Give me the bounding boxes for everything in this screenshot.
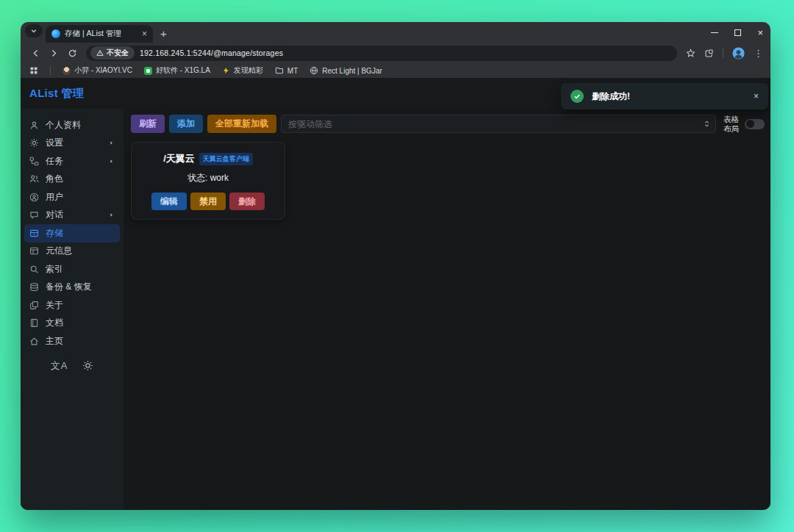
back-button[interactable] <box>31 48 40 58</box>
reload-all-button[interactable]: 全部重新加载 <box>207 115 276 133</box>
chevron-down-icon <box>30 27 37 35</box>
window-close-button[interactable]: × <box>757 28 763 37</box>
tab-search-button[interactable] <box>25 24 43 37</box>
bookmark-bgjar[interactable]: Rect Light | BGJar <box>310 66 382 75</box>
driver-filter-input[interactable] <box>288 119 703 129</box>
storage-status: 状态: work <box>187 172 229 184</box>
user-circle-icon <box>29 193 39 202</box>
sidebar-item-backup[interactable]: 备份 & 恢复 <box>24 278 120 297</box>
refresh-button[interactable]: 刷新 <box>131 115 165 133</box>
mount-path: /天翼云 <box>163 152 195 165</box>
window-controls: × <box>711 28 763 37</box>
toast-message: 删除成功! <box>592 90 630 103</box>
profile-avatar[interactable] <box>732 47 745 60</box>
bookmark-xiaoyi[interactable]: 小羿 - XIAOYI.VC <box>62 65 132 76</box>
sidebar: 个人资料 设置 任务 角色 用户 <box>21 109 124 510</box>
browser-window: 存储 | AList 管理 × + × 不安全 192.168.245.1:52… <box>21 22 770 510</box>
tab-title: 存储 | AList 管理 <box>65 29 137 39</box>
bookmark-discover[interactable]: 发现精彩 <box>222 65 263 76</box>
warning-icon <box>96 49 104 57</box>
forward-button[interactable] <box>49 48 59 58</box>
globe-icon <box>310 66 318 75</box>
theme-toggle-icon[interactable] <box>82 360 93 371</box>
toolbar-right-icons: ⋮ <box>686 47 763 60</box>
sidebar-item-storage[interactable]: 存储 <box>24 224 120 242</box>
bookmark-star-icon[interactable] <box>686 48 695 58</box>
profile-icon <box>29 121 39 130</box>
document-icon <box>29 318 39 328</box>
chevron-right-icon <box>108 212 115 218</box>
sidebar-item-settings[interactable]: 设置 <box>24 134 120 153</box>
new-tab-button[interactable]: + <box>160 28 167 39</box>
bookmarks-bar: 小羿 - XIAOYI.VC 好软件 - X1G.LA 发现精彩 MT Rect… <box>21 63 770 78</box>
gear-icon <box>29 138 39 148</box>
bookmark-folder-mt[interactable]: MT <box>275 66 298 75</box>
page-title[interactable]: AList 管理 <box>29 87 84 101</box>
divider <box>723 48 723 58</box>
success-check-icon <box>571 90 584 103</box>
database-icon <box>29 282 39 292</box>
address-bar[interactable]: 不安全 192.168.245.1:5244/@manage/storages <box>86 46 677 61</box>
language-switch-icon[interactable]: 文A <box>51 359 68 373</box>
reload-button[interactable] <box>68 48 77 58</box>
chevron-right-icon <box>108 140 115 146</box>
storage-card: /天翼云 天翼云盘客户端 状态: work 编辑 禁用 删除 <box>131 142 285 220</box>
browser-toolbar: 不安全 192.168.245.1:5244/@manage/storages … <box>21 43 770 63</box>
sidebar-item-home[interactable]: 主页 <box>24 332 120 351</box>
disable-button[interactable]: 禁用 <box>190 193 226 210</box>
toast-close-icon[interactable]: × <box>754 92 759 101</box>
tab-strip: 存储 | AList 管理 × + × <box>21 22 770 43</box>
sidebar-footer: 文A <box>24 359 120 373</box>
toast-notification: 删除成功! × <box>561 83 768 109</box>
sidebar-item-metadata[interactable]: 元信息 <box>24 242 120 261</box>
about-icon <box>29 301 39 310</box>
storage-icon <box>29 229 39 238</box>
sidebar-item-users[interactable]: 用户 <box>24 188 120 206</box>
sidebar-item-profile[interactable]: 个人资料 <box>24 116 120 134</box>
maximize-button[interactable] <box>734 29 741 36</box>
browser-menu-icon[interactable]: ⋮ <box>754 48 763 59</box>
edit-button[interactable]: 编辑 <box>151 193 187 210</box>
extensions-icon[interactable] <box>704 48 714 58</box>
add-button[interactable]: 添加 <box>169 115 203 133</box>
driver-badge: 天翼云盘客户端 <box>199 153 253 165</box>
sidebar-item-tasks[interactable]: 任务 <box>24 152 120 170</box>
bookmark-green-app-icon <box>144 67 152 75</box>
chat-icon <box>29 210 39 220</box>
table-layout-toggle[interactable] <box>745 119 765 129</box>
select-updown-icon <box>703 120 711 128</box>
browser-tab-active[interactable]: 存储 | AList 管理 × <box>46 25 153 43</box>
tab-close-icon[interactable]: × <box>142 29 147 38</box>
url-text: 192.168.245.1:5244/@manage/storages <box>140 48 283 57</box>
alist-favicon <box>51 29 60 38</box>
roles-icon <box>29 174 39 184</box>
sidebar-item-index[interactable]: 索引 <box>24 260 120 278</box>
security-label: 不安全 <box>107 48 129 58</box>
bookmark-x1g[interactable]: 好软件 - X1G.LA <box>144 65 210 76</box>
alist-page: AList 管理 删除成功! × 个人资料 设置 <box>21 78 770 510</box>
main-content: 刷新 添加 全部重新加载 表格 布局 <box>124 109 770 510</box>
minimize-button[interactable] <box>711 32 718 33</box>
storages-toolbar: 刷新 添加 全部重新加载 表格 布局 <box>131 115 765 133</box>
driver-filter-select[interactable] <box>281 115 716 133</box>
chevron-right-icon <box>108 158 115 165</box>
metadata-icon <box>29 246 39 256</box>
folder-icon <box>275 66 284 75</box>
sidebar-item-chat[interactable]: 对话 <box>24 206 120 225</box>
bookmark-avatar-icon <box>62 67 71 75</box>
tasks-icon <box>29 157 39 166</box>
home-icon <box>29 337 39 346</box>
sidebar-item-docs[interactable]: 文档 <box>24 314 120 333</box>
security-chip[interactable]: 不安全 <box>90 46 135 60</box>
bookmark-spark-icon <box>222 67 230 75</box>
sidebar-item-roles[interactable]: 角色 <box>24 170 120 189</box>
toggle-knob <box>746 120 754 128</box>
sidebar-item-about[interactable]: 关于 <box>24 296 120 314</box>
search-icon <box>29 265 39 274</box>
table-layout-label: 表格 布局 <box>723 115 739 133</box>
apps-grid-icon[interactable] <box>29 66 38 75</box>
divider <box>50 65 51 76</box>
delete-button[interactable]: 删除 <box>229 193 265 210</box>
